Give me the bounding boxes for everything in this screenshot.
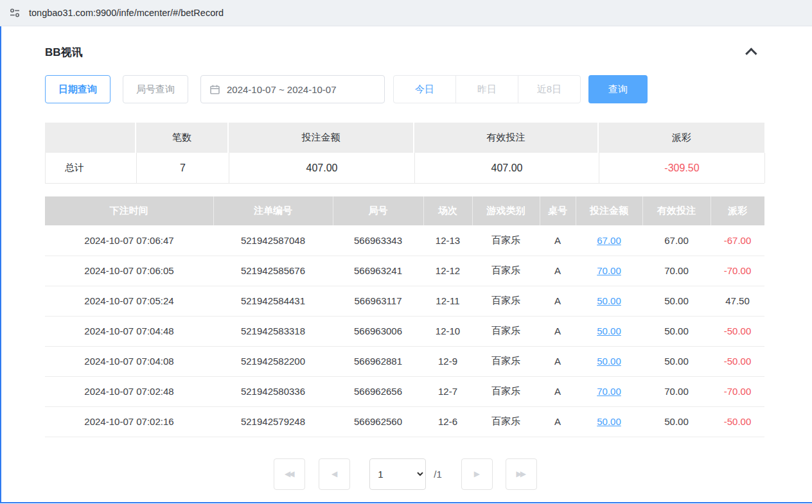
cell-game-type: 百家乐 xyxy=(472,376,540,406)
column-header: 游戏类别 xyxy=(472,196,540,225)
summary-total-payout: -309.50 xyxy=(599,153,765,183)
table-row: 2024-10-07 07:02:16521942579248566962560… xyxy=(45,406,764,437)
cell-payout: -50.00 xyxy=(710,406,764,437)
cell-payout: -50.00 xyxy=(710,316,764,346)
column-header: 下注时间 xyxy=(45,196,213,225)
cell-game-type: 百家乐 xyxy=(472,346,540,376)
cell-session: 12-10 xyxy=(423,316,472,346)
date-range-input[interactable]: 2024-10-07 ~ 2024-10-07 xyxy=(200,75,385,103)
cell-valid-bet: 50.00 xyxy=(642,316,710,346)
summary-header-payout: 派彩 xyxy=(599,123,764,153)
bet-amount-link[interactable]: 50.00 xyxy=(597,416,621,427)
bet-amount-link[interactable]: 67.00 xyxy=(597,235,621,246)
cell-payout: -70.00 xyxy=(710,256,764,286)
cell-bet-amount: 67.00 xyxy=(576,225,642,256)
cell-game-type: 百家乐 xyxy=(472,316,540,346)
bet-amount-link[interactable]: 50.00 xyxy=(597,326,621,336)
cell-round-id: 566963117 xyxy=(333,286,423,316)
cell-bet-id: 521942582200 xyxy=(213,346,333,376)
cell-bet-amount: 50.00 xyxy=(576,286,642,316)
cell-bet-id: 521942585676 xyxy=(213,256,333,286)
cell-payout: -50.00 xyxy=(710,346,764,376)
cell-session: 12-11 xyxy=(423,286,472,316)
cell-game-type: 百家乐 xyxy=(472,286,540,316)
date-range-value: 2024-10-07 ~ 2024-10-07 xyxy=(227,84,337,95)
cell-time: 2024-10-07 07:05:24 xyxy=(45,286,213,316)
summary-table: 笔数 投注金额 有效投注 派彩 总计 7 407.00 407.00 -309.… xyxy=(45,123,764,184)
today-button[interactable]: 今日 xyxy=(393,75,456,103)
cell-game-type: 百家乐 xyxy=(472,256,540,286)
table-row: 2024-10-07 07:02:48521942580336566962656… xyxy=(45,376,764,406)
summary-header-count: 笔数 xyxy=(136,123,229,153)
summary-header-bet-amount: 投注金额 xyxy=(229,123,414,153)
last-page-button[interactable]: ▶▶ xyxy=(506,458,537,490)
cell-time: 2024-10-07 07:04:08 xyxy=(45,346,213,376)
cell-bet-id: 521942580336 xyxy=(213,376,333,406)
last-8-days-button[interactable]: 近8日 xyxy=(518,75,581,103)
cell-valid-bet: 67.00 xyxy=(642,225,710,256)
column-header: 局号 xyxy=(333,196,423,225)
prev-page-button[interactable]: ◀ xyxy=(319,458,350,490)
date-query-tab[interactable]: 日期查询 xyxy=(45,75,110,103)
cell-bet-amount: 70.00 xyxy=(576,376,642,406)
yesterday-button[interactable]: 昨日 xyxy=(455,75,518,103)
pagination: ◀◀ ◀ 1 /1 ▶ ▶▶ xyxy=(45,458,766,490)
bet-amount-link[interactable]: 70.00 xyxy=(597,265,621,276)
table-row: 2024-10-07 07:04:48521942583318566963006… xyxy=(45,316,764,346)
cell-session: 12-6 xyxy=(423,406,472,437)
bet-amount-link[interactable]: 70.00 xyxy=(597,386,621,397)
bet-record-page: BB视讯 日期查询 局号查询 2024-10-07 ~ 2024-10-07 xyxy=(0,26,812,503)
cell-bet-amount: 50.00 xyxy=(576,346,642,376)
cell-session: 12-7 xyxy=(423,376,472,406)
cell-bet-amount: 70.00 xyxy=(576,256,642,286)
double-chevron-left-icon: ◀◀ xyxy=(285,469,294,478)
cell-game-type: 百家乐 xyxy=(472,406,540,437)
summary-header-row: 笔数 投注金额 有效投注 派彩 xyxy=(45,123,764,153)
cell-round-id: 566963006 xyxy=(333,316,423,346)
search-button[interactable]: 查询 xyxy=(588,75,648,103)
cell-bet-id: 521942587048 xyxy=(213,225,333,256)
page-select[interactable]: 1 xyxy=(369,458,426,490)
cell-bet-id: 521942583318 xyxy=(213,316,333,346)
cell-payout: -70.00 xyxy=(710,376,764,406)
first-page-button[interactable]: ◀◀ xyxy=(274,458,305,490)
bet-amount-link[interactable]: 50.00 xyxy=(597,356,621,367)
double-chevron-right-icon: ▶▶ xyxy=(516,469,526,478)
bet-table-header-row: 下注时间注单编号局号场次游戏类别桌号投注金额有效投注派彩 xyxy=(45,196,764,225)
panel-header: BB视讯 xyxy=(45,44,766,60)
cell-table-no: A xyxy=(540,256,576,286)
cell-valid-bet: 70.00 xyxy=(642,376,710,406)
page-title: BB视讯 xyxy=(45,45,83,60)
cell-table-no: A xyxy=(540,286,576,316)
table-row: 2024-10-07 07:05:24521942584431566963117… xyxy=(45,286,764,316)
browser-url-bar[interactable]: tongbao31.com:9900/infe/mcenter/#/betRec… xyxy=(0,0,812,26)
cell-valid-bet: 50.00 xyxy=(642,346,710,376)
table-row: 2024-10-07 07:06:47521942587048566963343… xyxy=(45,225,764,256)
summary-total-count: 7 xyxy=(137,153,229,183)
summary-total-valid-bet: 407.00 xyxy=(415,153,599,183)
cell-round-id: 566962560 xyxy=(333,406,423,437)
next-page-button[interactable]: ▶ xyxy=(461,458,493,490)
cell-valid-bet: 50.00 xyxy=(642,286,710,316)
round-query-tab[interactable]: 局号查询 xyxy=(123,75,188,103)
cell-round-id: 566962881 xyxy=(333,346,423,376)
column-header: 投注金额 xyxy=(576,196,642,225)
summary-total-bet-amount: 407.00 xyxy=(229,153,415,183)
cell-bet-amount: 50.00 xyxy=(576,316,642,346)
chevron-right-icon: ▶ xyxy=(474,469,480,478)
cell-table-no: A xyxy=(540,346,576,376)
page-total-label: /1 xyxy=(434,469,442,480)
table-row: 2024-10-07 07:04:08521942582200566962881… xyxy=(45,346,764,376)
browser-window: tongbao31.com:9900/infe/mcenter/#/betRec… xyxy=(0,0,812,503)
cell-game-type: 百家乐 xyxy=(472,225,540,256)
cell-table-no: A xyxy=(540,316,576,346)
bet-amount-link[interactable]: 50.00 xyxy=(597,295,621,306)
url-text[interactable]: tongbao31.com:9900/infe/mcenter/#/betRec… xyxy=(29,8,224,18)
collapse-chevron-icon[interactable] xyxy=(745,48,757,59)
calendar-icon xyxy=(209,84,220,95)
cell-bet-id: 521942584431 xyxy=(213,286,333,316)
summary-header-valid-bet: 有效投注 xyxy=(414,123,599,153)
site-settings-icon[interactable] xyxy=(9,7,21,19)
summary-total-label: 总计 xyxy=(46,153,137,183)
cell-time: 2024-10-07 07:04:48 xyxy=(45,316,213,346)
